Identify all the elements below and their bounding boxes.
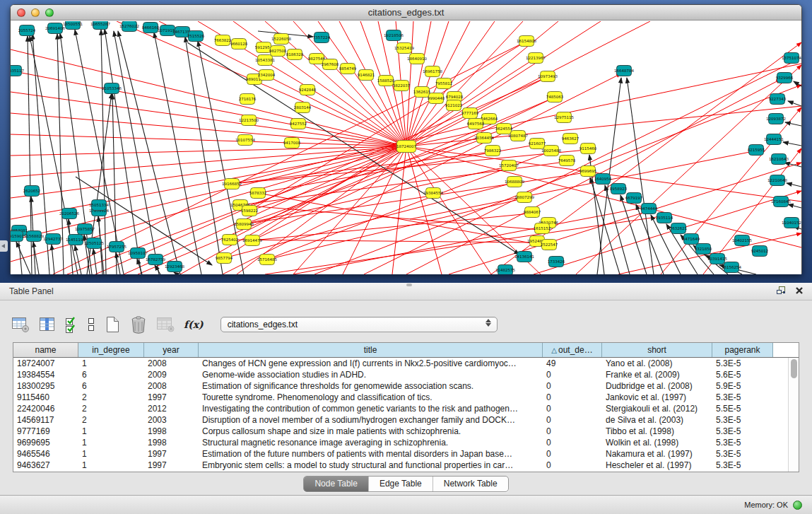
table-cell[interactable]: 2003 (144, 414, 199, 426)
graph-node[interactable]: 2342004 (258, 70, 276, 81)
graph-node[interactable]: 8854749 (339, 64, 357, 74)
show-columns-icon[interactable] (39, 316, 56, 333)
graph-node[interactable]: 16914479 (242, 235, 262, 246)
graph-node[interactable]: 2055724 (18, 25, 36, 36)
table-cell[interactable]: 1 (78, 460, 144, 471)
graph-node[interactable]: 9146821 (358, 70, 375, 81)
table-cell[interactable]: 2 (78, 403, 144, 414)
table-row[interactable]: 969969511998Structural magnetic resonanc… (13, 437, 788, 448)
table-cell[interactable]: 2 (78, 414, 144, 426)
graph-node[interactable]: 9227343 (769, 94, 787, 105)
table-cell[interactable]: Tourette syndrome. Phenomenology and cla… (199, 392, 543, 403)
graph-node[interactable]: 12213967 (526, 53, 546, 64)
graph-node[interactable]: 19384554 (423, 188, 443, 199)
table-cell[interactable]: Yano et al. (2008) (602, 358, 712, 369)
delete-trash-icon[interactable] (129, 315, 148, 334)
zoom-window-button[interactable] (45, 8, 54, 17)
table-cell[interactable]: 49 (543, 358, 602, 369)
graph-node[interactable]: 3915901 (11, 231, 24, 242)
table-cell[interactable]: 1 (78, 426, 144, 437)
graph-node[interactable]: 9699695 (579, 166, 597, 177)
graph-node[interactable]: 9121022 (445, 100, 463, 111)
graph-node[interactable]: 9321850 (695, 244, 712, 255)
graph-node[interactable]: 20206526 (59, 209, 79, 219)
tab-network-table[interactable]: Network Table (433, 477, 508, 491)
graph-node[interactable]: 1598222 (241, 206, 259, 216)
table-row[interactable]: 1456911722003Disruption of a novel membe… (13, 414, 788, 426)
table-cell[interactable]: 5.3E-5 (712, 392, 773, 403)
table-cell[interactable]: 9699695 (13, 437, 78, 448)
table-cell[interactable]: 0 (543, 437, 602, 448)
column-header-pagerank[interactable]: pagerank (712, 343, 773, 357)
graph-node[interactable]: 15325419 (394, 43, 414, 54)
graph-node[interactable]: 1640954 (594, 174, 612, 185)
table-cell[interactable]: 0 (543, 392, 602, 403)
graph-node[interactable]: 9827508 (269, 46, 287, 57)
table-row[interactable]: 911546021997Tourette syndrome. Phenomeno… (13, 392, 788, 403)
table-cell[interactable]: Nakamura et al. (1997) (602, 448, 712, 460)
table-row[interactable]: 1872400712008Changes of HCN gene express… (13, 358, 788, 369)
graph-node[interactable]: 9857794 (216, 253, 233, 264)
graph-node[interactable]: 9660128 (230, 39, 248, 49)
graph-node[interactable]: 12505125 (84, 238, 104, 249)
table-cell[interactable]: 0 (543, 414, 602, 426)
graph-node[interactable]: 1615152 (534, 223, 551, 234)
graph-node[interactable]: 6497568 (467, 119, 485, 129)
graph-node[interactable]: 12213500 (239, 115, 259, 126)
graph-node[interactable]: 18807299 (514, 192, 534, 203)
graph-node[interactable]: 17160845 (771, 197, 791, 207)
graph-node[interactable]: 10402155 (732, 235, 752, 246)
graph-node[interactable]: 16156254 (722, 262, 741, 273)
table-cell[interactable]: 2012 (144, 403, 199, 414)
graph-node[interactable]: 12975115 (554, 112, 574, 123)
table-row[interactable]: 2242004622012Investigating the contribut… (13, 403, 788, 414)
close-window-button[interactable] (17, 8, 25, 17)
network-canvas[interactable]: 7663822966012859129541054338198901122342… (11, 21, 801, 274)
window-titlebar[interactable]: citations_edges.txt (11, 5, 801, 21)
graph-node[interactable]: 15276022 (119, 21, 139, 32)
table-cell[interactable]: 19384554 (13, 369, 78, 380)
graph-node[interactable]: 9427552 (290, 119, 307, 129)
graph-node[interactable]: 16648784 (614, 66, 634, 76)
graph-node[interactable]: 7515526 (187, 31, 205, 42)
graph-node[interactable]: 11451199 (66, 235, 86, 245)
graph-node[interactable]: 7649578 (558, 156, 576, 166)
graph-node[interactable]: 8186328 (286, 49, 304, 60)
graph-node[interactable]: 13751074 (782, 53, 801, 64)
table-row[interactable]: 1830029562008Estimation of significance … (13, 380, 788, 392)
table-cell[interactable]: Stergiakouli et al. (2012) (602, 403, 712, 414)
graph-node[interactable]: 7625402 (221, 235, 239, 245)
graph-node[interactable]: 21053346 (102, 83, 122, 94)
table-cell[interactable]: Jankovic et al. (1997) (602, 392, 712, 403)
delete-table-disabled-icon[interactable] (156, 316, 175, 333)
table-cell[interactable]: 5.3E-5 (712, 358, 773, 369)
table-settings-icon[interactable] (11, 316, 30, 333)
vertical-scrollbar[interactable] (788, 358, 799, 472)
graph-node[interactable]: 19166852 (222, 179, 242, 189)
table-cell[interactable]: 5.3E-5 (712, 426, 773, 437)
table-cell[interactable]: 5.3E-5 (712, 448, 773, 460)
column-checklist-icon[interactable] (64, 315, 78, 334)
column-header-name[interactable]: name (13, 343, 78, 357)
graph-node[interactable]: 2522547 (541, 240, 558, 250)
table-cell[interactable]: 5.9E-5 (712, 380, 773, 392)
graph-node[interactable]: 8958923 (610, 184, 628, 194)
graph-node[interactable]: 2967608 (322, 59, 339, 70)
table-cell[interactable]: 22420046 (13, 403, 78, 414)
graph-node[interactable]: 8471649 (683, 234, 700, 245)
graph-node[interactable]: 7632621 (670, 223, 688, 234)
table-cell[interactable]: 6 (78, 380, 144, 392)
graph-node[interactable]: 15716485 (257, 255, 277, 265)
table-source-dropdown[interactable]: citations_edges.txt (220, 317, 498, 332)
table-cell[interactable]: Genome-wide association studies in ADHD. (199, 369, 543, 380)
table-cell[interactable]: 0 (543, 403, 602, 414)
new-document-icon[interactable] (104, 315, 121, 334)
graph-node[interactable]: 7485063 (546, 92, 564, 103)
graph-node[interactable]: 12942737 (43, 234, 63, 245)
graph-node[interactable]: 5878332 (249, 188, 267, 199)
close-panel-icon[interactable] (795, 286, 804, 295)
table-cell[interactable]: 0 (543, 460, 602, 471)
table-cell[interactable]: Changes of HCN gene expression and I(f) … (199, 358, 543, 369)
table-cell[interactable]: 2008 (144, 380, 199, 392)
graph-node[interactable]: 10655287 (90, 21, 110, 30)
